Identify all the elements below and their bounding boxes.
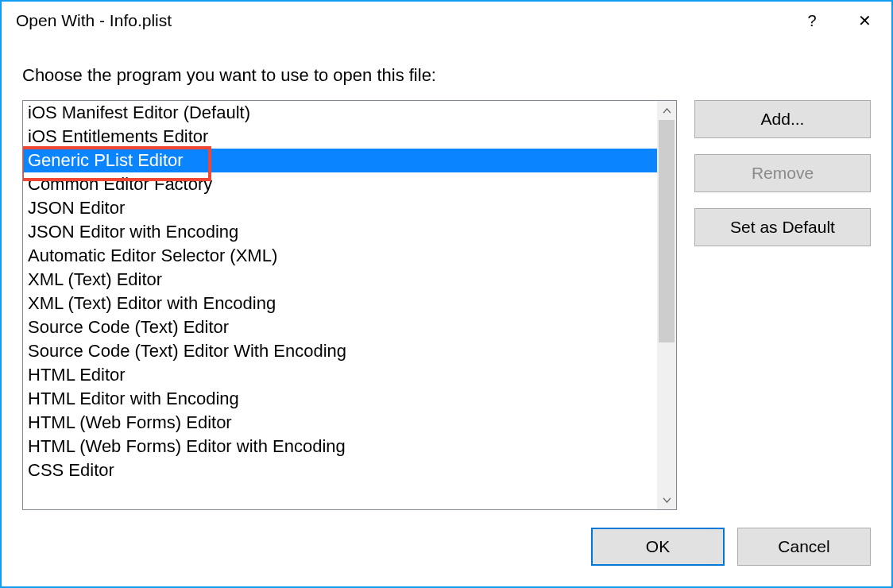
list-item[interactable]: Automatic Editor Selector (XML)	[23, 244, 657, 268]
list-item[interactable]: XML (Text) Editor with Encoding	[23, 292, 657, 315]
list-item[interactable]: CSS Editor	[23, 458, 657, 482]
main-row: iOS Manifest Editor (Default)iOS Entitle…	[22, 100, 871, 510]
dialog-content: Choose the program you want to use to op…	[2, 40, 891, 510]
help-icon[interactable]: ?	[787, 2, 837, 40]
list-item[interactable]: JSON Editor	[23, 196, 657, 220]
list-item[interactable]: iOS Entitlements Editor	[23, 125, 657, 149]
scrollbar-thumb[interactable]	[659, 120, 675, 342]
titlebar-buttons: ? ✕	[787, 2, 891, 40]
list-item[interactable]: HTML (Web Forms) Editor with Encoding	[23, 435, 657, 458]
remove-button: Remove	[694, 154, 871, 192]
list-item[interactable]: Source Code (Text) Editor With Encoding	[23, 339, 657, 363]
open-with-dialog: Open With - Info.plist ? ✕ Choose the pr…	[0, 0, 893, 588]
dialog-footer: OK Cancel	[2, 510, 891, 586]
titlebar: Open With - Info.plist ? ✕	[2, 2, 891, 40]
list-item[interactable]: iOS Manifest Editor (Default)	[23, 101, 657, 125]
scroll-up-icon[interactable]	[657, 101, 676, 120]
side-button-column: Add... Remove Set as Default	[694, 100, 871, 510]
close-icon[interactable]: ✕	[837, 2, 891, 40]
scrollbar-track[interactable]	[657, 120, 676, 490]
list-item[interactable]: XML (Text) Editor	[23, 268, 657, 292]
list-item[interactable]: HTML (Web Forms) Editor	[23, 411, 657, 435]
cancel-button[interactable]: Cancel	[737, 528, 871, 566]
set-default-button[interactable]: Set as Default	[694, 208, 871, 246]
scroll-down-icon[interactable]	[657, 490, 676, 509]
list-inner: iOS Manifest Editor (Default)iOS Entitle…	[23, 101, 657, 509]
list-item[interactable]: Common Editor Factory	[23, 172, 657, 196]
program-list[interactable]: iOS Manifest Editor (Default)iOS Entitle…	[22, 100, 677, 510]
add-button[interactable]: Add...	[694, 100, 871, 138]
prompt-label: Choose the program you want to use to op…	[22, 65, 871, 86]
list-item[interactable]: Generic PList Editor	[23, 149, 657, 172]
dialog-title: Open With - Info.plist	[16, 11, 787, 30]
list-item[interactable]: JSON Editor with Encoding	[23, 220, 657, 244]
list-item[interactable]: HTML Editor	[23, 363, 657, 387]
list-item[interactable]: HTML Editor with Encoding	[23, 387, 657, 411]
scrollbar[interactable]	[657, 101, 676, 509]
ok-button[interactable]: OK	[591, 528, 725, 566]
list-item[interactable]: Source Code (Text) Editor	[23, 315, 657, 339]
